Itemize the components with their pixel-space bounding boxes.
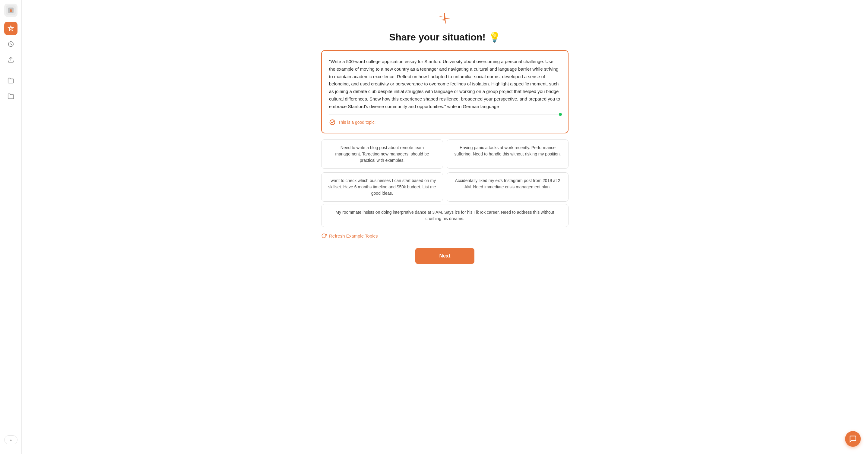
topic-card-2[interactable]: Having panic attacks at work recently. P… bbox=[447, 139, 568, 169]
sidebar-collapse-button[interactable]: » bbox=[4, 435, 18, 444]
topic-card-5[interactable]: My roommate insists on doing interpretiv… bbox=[321, 204, 568, 227]
floating-action-button[interactable] bbox=[845, 431, 861, 447]
svg-text:E: E bbox=[9, 8, 12, 13]
topic-card-4[interactable]: Accidentally liked my ex's Instagram pos… bbox=[447, 172, 568, 202]
green-dot-indicator bbox=[559, 113, 562, 116]
situation-text[interactable]: "Write a 500-word college application es… bbox=[329, 58, 561, 110]
topic-card-1[interactable]: Need to write a blog post about remote t… bbox=[321, 139, 443, 169]
collapse-icon: » bbox=[10, 438, 12, 442]
sidebar: E » bbox=[0, 0, 22, 454]
topic-card-3[interactable]: I want to check which businesses I can s… bbox=[321, 172, 443, 202]
topics-grid: Need to write a blog post about remote t… bbox=[321, 139, 568, 202]
good-topic-label: This is a good topic! bbox=[338, 120, 376, 125]
sidebar-divider bbox=[5, 70, 17, 70]
situation-box: "Write a 500-word college application es… bbox=[321, 50, 568, 134]
title-emoji: 💡 bbox=[489, 31, 501, 43]
history-button[interactable] bbox=[4, 37, 18, 51]
good-topic-row: This is a good topic! bbox=[329, 114, 561, 125]
refresh-button[interactable]: Refresh Example Topics bbox=[321, 232, 378, 240]
folder1-button[interactable] bbox=[4, 74, 18, 87]
checkmark-icon bbox=[329, 119, 336, 125]
svg-point-4 bbox=[330, 120, 335, 125]
logo-letter: E bbox=[6, 5, 16, 15]
spark-icon bbox=[438, 12, 452, 27]
refresh-row: Refresh Example Topics bbox=[321, 232, 568, 240]
page-title: Share your situation! 💡 bbox=[389, 31, 501, 43]
chat-icon bbox=[849, 435, 857, 443]
folder2-button[interactable] bbox=[4, 90, 18, 103]
main-content: Share your situation! 💡 "Write a 500-wor… bbox=[22, 0, 868, 454]
next-button[interactable]: Next bbox=[415, 248, 475, 264]
ai-button[interactable] bbox=[4, 22, 18, 35]
export-button[interactable] bbox=[4, 53, 18, 66]
app-logo: E bbox=[4, 4, 18, 17]
refresh-icon bbox=[321, 233, 327, 238]
